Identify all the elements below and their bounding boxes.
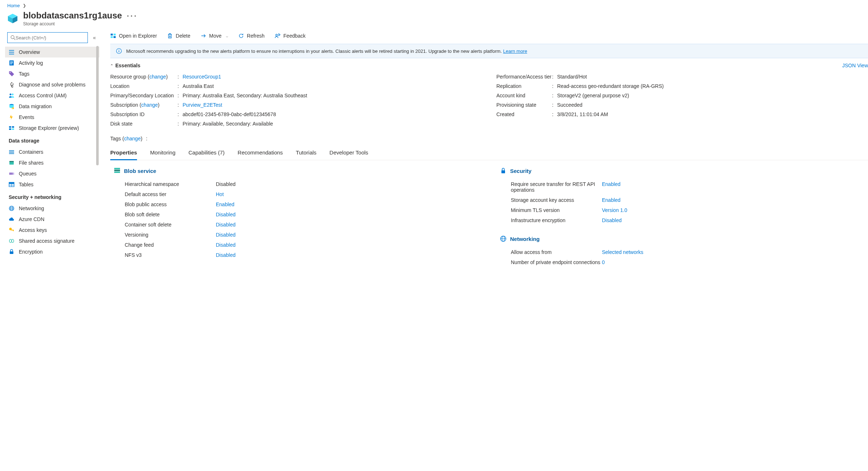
sidebar-item-label: Containers — [19, 149, 43, 155]
location-value: Australia East — [183, 83, 214, 89]
tab-properties[interactable]: Properties — [110, 149, 137, 160]
property-value[interactable]: Enabled — [602, 197, 620, 203]
property-label: Hierarchical namespace — [125, 181, 216, 187]
activity-icon — [9, 60, 14, 66]
property-label: Infrastructure encryption — [511, 217, 602, 223]
sidebar-item-label: Azure CDN — [19, 216, 44, 222]
svg-point-12 — [10, 72, 10, 73]
property-value[interactable]: Disabled — [216, 232, 235, 238]
iam-icon — [9, 93, 14, 98]
blob-service-section: Blob service Hierarchical namespaceDisab… — [114, 167, 478, 260]
property-row: Default access tierHot — [114, 189, 478, 199]
property-value[interactable]: Selected networks — [602, 249, 643, 255]
networking-title[interactable]: Networking — [510, 236, 540, 242]
ess-label-created: Created — [496, 111, 552, 117]
security-title[interactable]: Security — [510, 168, 531, 174]
sidebar-item-events[interactable]: Events — [5, 112, 99, 123]
sidebar-item-label: Diagnose and solve problems — [19, 82, 85, 88]
sidebar-item-label: Queues — [19, 171, 37, 177]
open-in-explorer-button[interactable]: Open in Explorer — [110, 33, 157, 39]
svg-rect-20 — [9, 150, 14, 151]
property-value[interactable]: Disabled — [216, 212, 235, 217]
collapse-sidebar-button[interactable]: « — [91, 33, 97, 42]
resource-group-value[interactable]: ResourceGroup1 — [183, 74, 221, 80]
subscription-value[interactable]: Purview_E2ETest — [183, 102, 222, 108]
ess-label-prov: Provisioning state — [496, 102, 552, 108]
property-row: Storage account key accessEnabled — [500, 195, 864, 205]
property-value[interactable]: Hot — [216, 191, 224, 197]
property-label: Storage account key access — [511, 197, 602, 203]
property-row: Hierarchical namespaceDisabled — [114, 179, 478, 189]
property-value[interactable]: Disabled — [216, 242, 235, 248]
sidebar-item-overview[interactable]: Overview — [5, 47, 99, 58]
change-resource-group-link[interactable]: change — [149, 74, 166, 80]
networking-icon — [9, 205, 14, 211]
svg-rect-11 — [10, 64, 12, 64]
move-button[interactable]: Move ⌵ — [201, 33, 228, 39]
essentials-toggle[interactable]: ⌃ Essentials — [110, 63, 140, 68]
banner-learn-more-link[interactable]: Learn more — [503, 48, 527, 54]
trash-icon — [167, 33, 173, 39]
sidebar-item-networking[interactable]: Networking — [5, 203, 99, 214]
sidebar-item-access-control-iam-[interactable]: Access Control (IAM) — [5, 90, 99, 101]
sidebar-item-access-keys[interactable]: Access keys — [5, 225, 99, 236]
breadcrumb-home[interactable]: Home — [7, 3, 20, 8]
sidebar-item-shared-access-signature[interactable]: Shared access signature — [5, 236, 99, 246]
property-value[interactable]: Enabled — [602, 181, 620, 187]
sidebar-item-file-shares[interactable]: File shares — [5, 157, 99, 168]
ess-label-sub: Subscription — [110, 102, 138, 108]
sidebar-item-tables[interactable]: Tables — [5, 179, 99, 190]
property-value[interactable]: Disabled — [216, 222, 235, 228]
change-tags-link[interactable]: change — [124, 136, 141, 141]
property-row: NFS v3Disabled — [114, 250, 478, 260]
svg-point-41 — [9, 239, 12, 243]
svg-rect-43 — [10, 251, 13, 254]
blob-service-title[interactable]: Blob service — [124, 168, 156, 174]
sidebar-scrollbar[interactable] — [96, 46, 99, 165]
change-subscription-link[interactable]: change — [141, 102, 158, 108]
property-value[interactable]: Disabled — [602, 217, 621, 223]
property-value[interactable]: 0 — [602, 259, 605, 265]
feedback-button[interactable]: Feedback — [275, 33, 305, 39]
sidebar-item-queues[interactable]: Queues — [5, 168, 99, 179]
feedback-label: Feedback — [283, 33, 305, 39]
property-label: Default access tier — [125, 191, 216, 197]
breadcrumb: Home ❯ — [0, 0, 868, 10]
property-value[interactable]: Disabled — [216, 252, 235, 258]
svg-rect-16 — [9, 126, 11, 128]
tab-capabilities[interactable]: Capabilities (7) — [188, 149, 225, 160]
sidebar-item-activity-log[interactable]: Activity log — [5, 58, 99, 68]
json-view-link[interactable]: JSON View — [842, 63, 868, 68]
info-banner: Microsoft recommends upgrading to the ne… — [110, 44, 868, 58]
sidebar-item-storage-explorer-preview-[interactable]: Storage Explorer (preview) — [5, 123, 99, 133]
delete-button[interactable]: Delete — [167, 33, 190, 39]
sidebar-item-containers[interactable]: Containers — [5, 147, 99, 157]
refresh-button[interactable]: Refresh — [238, 33, 265, 39]
sidebar-item-encryption[interactable]: Encryption — [5, 246, 99, 257]
property-label: Versioning — [125, 232, 216, 238]
tab-recommendations[interactable]: Recommendations — [238, 149, 283, 160]
tabs: Properties Monitoring Capabilities (7) R… — [110, 147, 868, 160]
more-actions-icon[interactable]: • • • — [127, 13, 136, 24]
sidebar-item-diagnose-and-solve-problems[interactable]: Diagnose and solve problems — [5, 79, 99, 90]
sidebar-item-data-migration[interactable]: Data migration — [5, 101, 99, 112]
svg-rect-40 — [13, 230, 14, 231]
tab-tutorials[interactable]: Tutorials — [296, 149, 316, 160]
overview-icon — [9, 49, 14, 55]
svg-point-14 — [12, 94, 14, 96]
search-input[interactable] — [16, 35, 85, 41]
ess-label-loc: Location — [110, 83, 178, 89]
svg-rect-46 — [111, 36, 113, 38]
svg-rect-18 — [9, 128, 11, 130]
tab-developer-tools[interactable]: Developer Tools — [329, 149, 368, 160]
tab-monitoring[interactable]: Monitoring — [150, 149, 175, 160]
search-box[interactable] — [7, 32, 88, 43]
property-value[interactable]: Version 1.0 — [602, 207, 627, 213]
explorer-icon — [9, 125, 14, 131]
blob-service-icon — [114, 167, 120, 174]
property-value[interactable]: Enabled — [216, 201, 234, 207]
svg-rect-22 — [9, 153, 14, 154]
sidebar-item-tags[interactable]: Tags — [5, 68, 99, 79]
sidebar-item-azure-cdn[interactable]: Azure CDN — [5, 214, 99, 225]
svg-rect-24 — [9, 161, 14, 162]
